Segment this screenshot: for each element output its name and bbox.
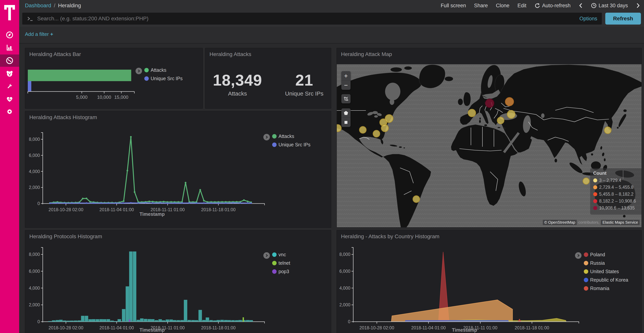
map-legend-dot [593,192,597,196]
query-options-link[interactable]: Options [580,16,597,22]
breadcrumb-separator: / [54,3,56,9]
time-range-picker[interactable]: Last 30 days [591,3,628,9]
time-range-next-button[interactable] [636,3,640,9]
svg-text:4,000: 4,000 [29,286,40,291]
map-legend-dot [593,185,597,189]
legend-expand-button[interactable] [136,68,142,74]
auto-refresh-button[interactable]: Auto-refresh [534,3,570,9]
sidebar-item-dashboard[interactable] [0,55,19,67]
wrench-icon [5,82,14,91]
refresh-button[interactable]: Refresh [605,13,641,25]
panel-attacks-bar: Heralding Attacks Bar 5,00010,00015,000 … [25,48,203,109]
map-legend-item: 5,455.8 – 8,182.2 [593,192,642,197]
legend-item-romania[interactable]: Romania [584,286,628,291]
legend-item-attacks[interactable]: Attacks [144,67,183,73]
map-legend-range: 5,455.8 – 8,182.2 [599,192,634,197]
legend-color-dot [272,143,276,147]
map-fit-bounds-button[interactable] [341,94,350,103]
sidebar-item-dev-tools[interactable] [0,80,19,93]
nav-action-share[interactable]: Share [474,3,488,9]
legend-color-dot [584,286,588,291]
sidebar-item-monitoring[interactable] [0,93,19,105]
app-sidebar [0,0,19,333]
map-legend-item: 8,182.2 – 10,908.6 [593,199,642,204]
filter-bar: Add a filter+ [19,26,644,44]
legend-item-unique-src-ips[interactable]: Unique Src IPs [272,142,310,148]
legend-label: telnet [278,260,290,266]
breadcrumb: Dashboard / Heralding [25,3,81,9]
map-zoom-out-button[interactable]: − [341,81,350,90]
osm-attribution-link[interactable]: © OpenStreetMap [543,220,577,225]
legend-item-unique-src-ips[interactable]: Unique Src IPs [144,76,183,81]
map-zoom-in-button[interactable]: + [341,71,350,81]
legend-expand-button[interactable] [263,252,270,259]
svg-text:2018-11-04 01:00: 2018-11-04 01:00 [100,325,134,330]
legend-label: United States [590,269,619,274]
map-polygon-tool-button[interactable] [341,108,350,118]
search-box[interactable]: Options [22,13,602,25]
metric-row: 18,349Attacks21Unique Src IPs [205,71,331,97]
attacks-line-chart: 02,0004,0006,0008,0002018-10-28 02:00201… [25,111,331,227]
gauge-icon [5,56,14,65]
map-legend-title: Count [593,171,642,176]
legend-item-attacks[interactable]: Attacks [272,134,310,139]
legend-label: Russia [590,260,605,266]
sidebar-item-honeypot[interactable] [0,68,19,80]
legend-item-telnet[interactable]: telnet [272,260,290,266]
legend-expand-button[interactable] [263,134,270,140]
legend-item-russia[interactable]: Russia [584,260,628,266]
chevron-right-icon [576,254,580,257]
legend-expand-button[interactable] [575,252,582,259]
svg-text:8,000: 8,000 [29,252,40,257]
metric: 21Unique Src IPs [285,71,323,97]
svg-text:8,000: 8,000 [339,252,350,257]
legend-color-dot [584,252,588,257]
svg-text:2018-11-04 01:00: 2018-11-04 01:00 [100,207,134,212]
nav-action-full-screen[interactable]: Full screen [441,3,466,9]
search-input[interactable] [37,15,576,22]
attacks-histogram-legend: AttacksUnique Src IPs [263,134,310,150]
map-rectangle-tool-button[interactable] [341,118,350,127]
protocols-histogram-legend: vnctelnetpop3 [263,252,290,277]
legend-color-dot [584,261,588,265]
attacks-bar-legend: AttacksUnique Src IPs [136,67,183,84]
legend-item-poland[interactable]: Poland [584,252,628,257]
refresh-cycle-icon [534,3,540,9]
ems-attribution-link[interactable]: Elastic Maps Service [601,220,640,225]
sidebar-item-discover[interactable] [0,29,19,41]
svg-text:6,000: 6,000 [29,269,40,274]
metric-value: 21 [285,71,323,89]
metric: 18,349Attacks [213,71,262,97]
svg-text:2018-10-28 02:00: 2018-10-28 02:00 [48,207,84,212]
svg-text:8,000: 8,000 [29,137,40,142]
legend-label: Poland [590,252,605,257]
map-attribution: © OpenStreetMap contributors, Elastic Ma… [543,220,640,225]
chevron-left-icon [579,3,583,9]
legend-color-dot [144,76,149,81]
map-zoom-controls: + − [341,71,350,90]
panel-title: Heralding Attack Map [341,51,392,57]
legend-label: Unique Src IPs [151,76,183,81]
nav-action-clone[interactable]: Clone [496,3,510,9]
t-mobile-logo[interactable] [0,4,19,22]
legend-item-pop3[interactable]: pop3 [272,269,290,274]
sidebar-item-visualize[interactable] [0,42,19,54]
legend-item-united-states[interactable]: United States [584,269,628,274]
add-filter-link[interactable]: Add a filter+ [25,31,53,37]
compass-icon [5,31,14,39]
legend-item-vnc[interactable]: vnc [272,252,290,257]
legend-label: vnc [278,252,286,257]
sidebar-item-management[interactable] [0,106,19,118]
map-legend-item: 10,908.6 – 13,635 [593,205,642,211]
svg-text:15,000: 15,000 [114,95,128,100]
world-map[interactable]: + − [337,64,642,227]
chevron-right-icon [265,254,268,257]
nav-action-edit[interactable]: Edit [518,3,526,9]
panel-title: Heralding - Attacks by Country Histogram [341,233,440,240]
map-legend-range: 2,729.4 – 5,455.8 [599,185,634,190]
legend-label: Attacks [278,134,294,139]
legend-item-republic-of-korea[interactable]: Republic of Korea [584,277,628,283]
chevron-right-icon [265,135,268,139]
time-range-prev-button[interactable] [579,3,583,9]
breadcrumb-dashboard-link[interactable]: Dashboard [25,3,51,9]
